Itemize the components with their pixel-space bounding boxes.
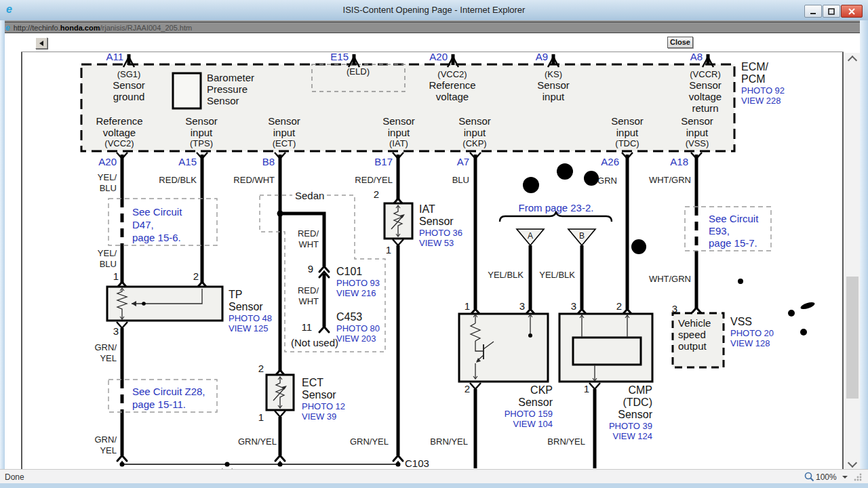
not-used-label: (Not used) (291, 337, 338, 348)
ckp-sensor-label: CKPSensor PHOTO 159 VIEW 104 (471, 384, 553, 429)
c101-photo-link[interactable]: PHOTO 93 (336, 278, 380, 288)
see-circuit-z28[interactable]: See Circuit Z28,page 15-11. (132, 385, 205, 411)
ecm-view-link[interactable]: VIEW 228 (741, 96, 785, 106)
wiring-diagram-page: A11 E15 A20 A9 A8 (SG1)Sensorground Baro… (28, 53, 843, 468)
vss-view-link[interactable]: VIEW 128 (730, 338, 774, 348)
window-border-right (860, 20, 868, 483)
url-field[interactable]: e http://techinfo.honda.com/rjanisis/RJA… (2, 22, 866, 33)
wire-grn-yel-ect: GRN/YEL (222, 436, 277, 447)
wire-grn-yel-iat: GRN/YEL (334, 436, 389, 447)
minimize-button[interactable] (804, 5, 822, 18)
ecm-cell-sg1: (SG1)Sensorground (88, 69, 170, 102)
ckp-photo-link[interactable]: PHOTO 159 (471, 409, 553, 419)
cmp-view-link[interactable]: VIEW 124 (571, 431, 652, 441)
pin-a11: A11 (96, 52, 123, 62)
cmp-pin2: 2 (608, 301, 622, 312)
c453-block: C453 PHOTO 80 VIEW 203 (336, 311, 380, 344)
ecm-name: ECM/PCM PHOTO 92 VIEW 228 (741, 61, 785, 106)
c453-photo-link[interactable]: PHOTO 80 (336, 323, 380, 333)
eld-label: (ELD) (331, 66, 385, 77)
wire-yel-blk-b: YEL/BLK (521, 270, 575, 281)
ie-page-icon: e (5, 23, 10, 33)
c101-pin: 9 (300, 264, 313, 274)
iat-photo-link[interactable]: PHOTO 36 (419, 228, 462, 238)
wire-grn: GRN (583, 176, 617, 186)
ect-view-link[interactable]: VIEW 39 (302, 411, 345, 422)
status-bar: Done 100% (0, 469, 868, 484)
tp-view-link[interactable]: VIEW 125 (229, 323, 272, 333)
pin-a20-top: A20 (420, 52, 448, 62)
vertical-scrollbar[interactable] (845, 53, 860, 469)
zoom-magnifier-icon[interactable] (804, 472, 814, 482)
ecm-cell-tps: Sensorinput(TPS) (161, 115, 242, 148)
vss-box-text: Vehiclespeedoutput (678, 317, 711, 352)
url-domain: honda.com (60, 24, 100, 32)
chevron-down-icon (848, 458, 857, 468)
maximize-button[interactable] (823, 5, 840, 18)
c101-block: C101 PHOTO 93 VIEW 216 (336, 266, 380, 298)
barometer-sensor-box (173, 73, 201, 108)
wire-wht-grn-2: WHT/GRN (637, 274, 691, 285)
scroll-up-button[interactable] (845, 57, 860, 68)
from-page-link[interactable]: From page 23-2. (502, 202, 610, 214)
wire-red-yel: RED/YEL (338, 175, 393, 186)
c101-view-link[interactable]: VIEW 216 (336, 288, 380, 298)
maximize-icon (828, 8, 835, 15)
wire-red-wht-sedan-1: RED/WHT (285, 228, 319, 250)
pin-e15: E15 (321, 52, 349, 62)
wire-yel-blk-a: YEL/BLK (469, 270, 524, 281)
barometer-label: BarometerPressureSensor (207, 72, 254, 106)
tp-photo-link[interactable]: PHOTO 48 (229, 313, 272, 323)
ecm-cell-vss: Sensorinput(VSS) (656, 115, 738, 148)
ckp-sensor-box (459, 314, 548, 382)
cmp-photo-link[interactable]: PHOTO 39 (571, 421, 652, 431)
close-page-button[interactable]: Close (667, 37, 693, 48)
tp-sensor-label: TPSensor PHOTO 48 VIEW 125 (229, 289, 272, 333)
ecm-cell-tdc: Sensorinput(TDC) (587, 115, 668, 148)
c453-view-link[interactable]: VIEW 203 (336, 333, 380, 344)
back-button[interactable] (35, 37, 47, 49)
ect-sensor-label: ECTSensor PHOTO 12 VIEW 39 (302, 377, 345, 422)
vss-pin3: 3 (664, 304, 677, 314)
see-circuit-d47[interactable]: See CircuitD47,page 15-6. (132, 205, 182, 244)
pin-b17: B17 (366, 157, 393, 167)
see-circuit-e93[interactable]: See CircuitE93,page 15-7. (709, 213, 758, 249)
ckp-view-link[interactable]: VIEW 104 (471, 419, 553, 429)
tp-pin2: 2 (185, 271, 199, 282)
ect-pin1: 1 (252, 412, 264, 423)
ckp-pin1: 1 (456, 301, 470, 312)
cmp-sensor-box (559, 314, 652, 382)
tp-pin1: 1 (105, 271, 119, 282)
resize-grip[interactable] (853, 472, 863, 482)
ecm-cell-vccr: (VCCR)Sensorvoltagereturn (665, 69, 746, 114)
wire-blu: BLU (435, 175, 469, 186)
wire-grn-yel-2: GRN/YEL (83, 434, 117, 456)
ecm-photo-link[interactable]: PHOTO 92 (741, 85, 785, 96)
chevron-up-icon (848, 56, 857, 65)
toolbar (0, 33, 868, 52)
zoom-caret-icon[interactable] (842, 476, 848, 479)
wire-grn-yel-1: GRN/YEL (83, 342, 117, 364)
ecm-cell-ckp: Sensorinput(CKP) (434, 115, 515, 148)
sedan-label: Sedan (292, 190, 327, 201)
iat-pin2: 2 (367, 189, 379, 200)
pin-a9: A9 (521, 52, 548, 62)
ect-photo-link[interactable]: PHOTO 12 (302, 401, 345, 411)
url-prefix: http://techinfo. (14, 24, 60, 32)
window-close-button[interactable] (841, 5, 863, 18)
content-frame-left (21, 52, 22, 469)
triangle-b-label: B (575, 230, 589, 241)
ecm-cell-iat: Sensorinput(IAT) (358, 115, 439, 148)
scrollbar-thumb[interactable] (846, 277, 859, 399)
zoom-level[interactable]: 100% (816, 472, 837, 482)
cmp-pin3: 3 (563, 301, 576, 312)
window-border-bottom (0, 483, 868, 488)
pin-a15: A15 (170, 157, 197, 167)
iat-view-link[interactable]: VIEW 53 (419, 238, 462, 248)
triangle-a-label: A (524, 230, 537, 241)
tp-sensor-box (107, 287, 222, 321)
close-icon (848, 8, 855, 15)
vss-photo-link[interactable]: PHOTO 20 (730, 328, 774, 338)
minimize-icon (810, 8, 816, 15)
scroll-down-button[interactable] (845, 458, 860, 469)
